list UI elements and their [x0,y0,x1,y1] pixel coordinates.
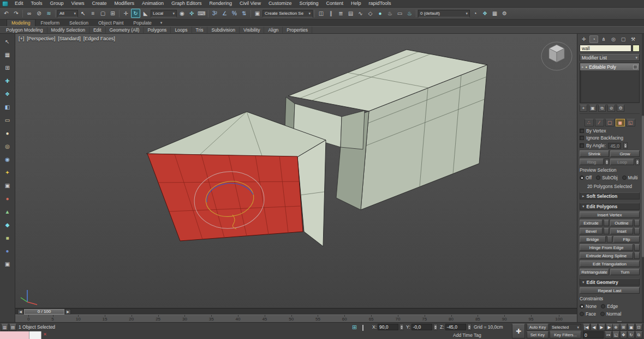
zoom-region-icon[interactable]: ◱ [612,331,619,338]
box-tool-icon[interactable]: ▣ [3,181,12,190]
ribbon-tab[interactable]: Populate [129,20,156,26]
align-icon[interactable]: ∥ [326,9,336,18]
y-value-field[interactable]: -0,0 [412,324,432,330]
previous-key-icon[interactable]: ◀ [17,309,23,314]
previous-frame-icon[interactable]: ◀ [591,324,598,331]
inset-button[interactable]: Inset [610,228,633,234]
zoom-extents-all-icon[interactable]: ⊡ [635,324,642,331]
edit-polygons-rollout[interactable]: ▾ Edit Polygons [580,203,640,210]
auto-key-button[interactable]: Auto Key [527,324,548,331]
select-cursor-tool-icon[interactable]: ↖ [3,37,12,46]
spinner-control[interactable] [635,159,640,165]
star-tool-icon[interactable]: ✦ [3,168,12,177]
curve-editor-icon[interactable]: ∿ [356,9,365,18]
show-end-result-icon[interactable]: ▣ [589,105,597,112]
disc-tool-icon[interactable]: ◎ [3,142,12,150]
spinner-control[interactable] [605,159,609,165]
torus-tool-icon[interactable]: ◉ [3,155,12,164]
select-and-move-icon[interactable]: ✛ [121,9,130,18]
material-editor-icon[interactable]: ● [375,9,385,18]
diamond-tool-icon[interactable]: ❖ [3,89,12,98]
transform-gizmo-toggle-icon[interactable]: ⊞ [352,324,357,330]
maxscript-listener-icon[interactable]: ▥ [1,324,8,331]
isolate-selection-icon[interactable]: ◔ [470,9,480,18]
motion-tab-icon[interactable]: ◎ [609,35,618,43]
ribbon-section-button[interactable]: Subdivision [207,27,239,33]
modify-tab-icon[interactable]: ◔ [589,35,598,43]
layer-manager-icon[interactable]: ≣ [336,9,345,18]
checkbox-box[interactable] [580,136,584,140]
selected-polygons[interactable] [147,154,303,241]
zoom-all-icon[interactable]: ⊞ [620,324,627,331]
edit-triangulation-button[interactable]: Edit Triangulation [580,261,640,267]
edit-named-selection-sets-icon[interactable]: ▣ [253,9,262,18]
ribbon-tab[interactable]: Selection [65,20,93,26]
menu-item[interactable]: rapidTools [365,0,395,7]
select-and-link-icon[interactable]: ∞ [25,9,34,18]
percent-snap-icon[interactable]: % [230,9,239,18]
view-cube[interactable] [541,42,572,70]
checkbox-box[interactable] [580,129,584,133]
chevron-down-icon[interactable]: ▾ [160,20,163,26]
menu-item[interactable]: Edit [11,0,27,7]
bridge-button[interactable]: Bridge [580,236,606,243]
model-wedge[interactable] [146,112,326,246]
maximize-viewport-icon[interactable]: ⧉ [635,331,642,338]
half-square-tool-icon[interactable]: ◧ [3,102,12,111]
outline-settings-icon[interactable] [634,220,640,226]
menu-item[interactable]: Modifiers [110,0,138,7]
visibility-bulb-icon[interactable]: ● [586,65,588,69]
x-value-field[interactable]: 90,0 [378,324,398,330]
edge-subobject-icon[interactable]: ∕ [595,119,604,126]
undo-icon[interactable]: ↶ [2,9,11,18]
red-sphere-tool-icon[interactable]: ● [3,194,12,203]
display-tab-icon[interactable]: ▢ [619,35,628,43]
constraint-none-radio[interactable] [580,304,584,308]
ignore-backfacing-checkbox[interactable]: Ignore Backfacing [580,135,640,141]
preview-multi-radio[interactable] [622,175,627,180]
ribbon-section-button[interactable]: Edit [90,27,106,33]
scrollbar-thumb[interactable] [642,116,644,257]
ribbon-section-button[interactable]: Geometry (All) [106,27,144,33]
selection-filter-select[interactable]: All▾ [57,10,78,17]
set-key-button[interactable]: Set Key [527,331,548,338]
grow-button[interactable]: Grow [610,150,640,157]
extrude-button[interactable]: Extrude [580,220,603,226]
current-frame-field[interactable]: 0 [583,331,604,338]
menu-item[interactable]: Views [68,0,88,7]
ribbon-section-button[interactable]: Polygons [144,27,171,33]
constraint-edge-radio[interactable] [601,304,605,308]
window-crossing-icon[interactable]: ⊞ [108,9,117,18]
by-vertex-checkbox[interactable]: By Vertex [580,128,640,134]
ribbon-section-button[interactable]: Visibility [240,27,265,33]
app-logo-icon[interactable] [2,1,8,7]
menu-item[interactable]: Civil View [236,0,265,7]
select-and-rotate-icon[interactable]: ↻ [131,9,140,18]
repeat-last-button[interactable]: Repeat Last [580,287,640,294]
stack-item-toggle-icon[interactable] [633,65,637,69]
key-mode-select[interactable]: Selected▾ [550,324,581,331]
menu-item[interactable]: Customize [265,0,296,7]
go-to-start-icon[interactable]: |◀ [583,324,590,331]
edit-geometry-rollout[interactable]: ▾ Edit Geometry [580,279,640,286]
snap-grid-tool-icon[interactable]: ⊞ [3,63,12,72]
extrude-along-spline-settings-icon[interactable] [634,252,640,259]
track-bar-ruler[interactable]: 0510152025303540455055606570758085909510… [15,314,577,322]
unlink-selection-icon[interactable]: ⊘ [34,9,44,18]
by-angle-checkbox[interactable] [580,143,584,148]
pan-icon[interactable]: ✥ [620,331,627,338]
z-value-field[interactable]: -45,0 [445,324,466,330]
outline-button[interactable]: Outline [610,220,633,226]
ring-button[interactable]: Ring [580,159,604,165]
status-log-icon[interactable]: ▤ [9,324,16,331]
schematic-view-icon[interactable]: ◇ [366,9,375,18]
utilities-tab-icon[interactable]: ⚒ [629,35,637,43]
hinge-settings-icon[interactable] [634,244,640,251]
play-icon[interactable]: ▶ [598,324,605,331]
add-time-tag[interactable]: Add Time Tag [453,332,481,338]
select-by-name-icon[interactable]: ≡ [88,9,98,18]
time-slider[interactable]: 0 / 100 [24,309,64,314]
snap-toggle-3d-icon[interactable]: 3² [210,9,219,18]
key-filters-button[interactable]: Key Filters... [550,331,581,338]
bridge-settings-icon[interactable] [607,236,612,243]
